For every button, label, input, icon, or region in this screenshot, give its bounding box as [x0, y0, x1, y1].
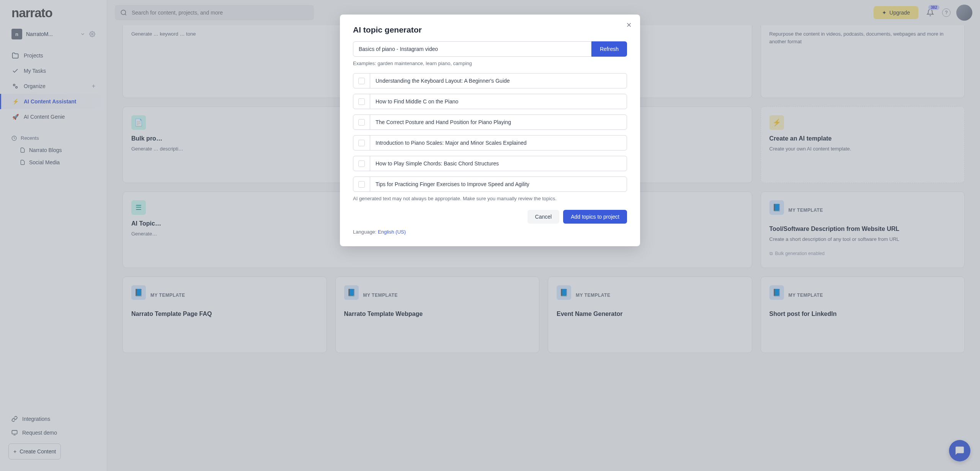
refresh-button[interactable]: Refresh [591, 41, 627, 57]
modal-title: AI topic generator [353, 25, 627, 34]
topic-text[interactable]: The Correct Posture and Hand Position fo… [370, 115, 627, 129]
language-label: Language: [353, 229, 378, 235]
topic-input-row: Refresh [353, 41, 627, 57]
topic-input[interactable] [353, 41, 591, 57]
add-topics-button[interactable]: Add topics to project [563, 210, 627, 224]
topic-text[interactable]: Understanding the Keyboard Layout: A Beg… [370, 74, 627, 88]
topic-item: Introduction to Piano Scales: Major and … [353, 135, 627, 150]
topic-item: Understanding the Keyboard Layout: A Beg… [353, 73, 627, 88]
modal-footer: Cancel Add topics to project [353, 210, 627, 224]
topic-checkbox[interactable] [358, 78, 365, 84]
ai-topic-generator-modal: AI topic generator Refresh Examples: gar… [340, 15, 640, 246]
topic-item: The Correct Posture and Hand Position fo… [353, 114, 627, 130]
topic-checkbox[interactable] [358, 160, 365, 167]
examples-text: Examples: garden maintenance, learn pian… [353, 61, 627, 66]
topic-item: How to Find Middle C on the Piano [353, 94, 627, 109]
disclaimer-text: AI generated text may not always be appr… [353, 196, 627, 201]
topic-item: Tips for Practicing Finger Exercises to … [353, 177, 627, 192]
language-row: Language: English (US) [353, 229, 627, 235]
topic-checkbox[interactable] [358, 98, 365, 105]
topic-list: Understanding the Keyboard Layout: A Beg… [353, 73, 627, 192]
modal-overlay[interactable]: AI topic generator Refresh Examples: gar… [0, 0, 980, 471]
cancel-button[interactable]: Cancel [528, 210, 560, 224]
topic-text[interactable]: Introduction to Piano Scales: Major and … [370, 136, 627, 150]
topic-checkbox[interactable] [358, 140, 365, 146]
topic-checkbox[interactable] [358, 119, 365, 126]
topic-item: How to Play Simple Chords: Basic Chord S… [353, 156, 627, 171]
language-link[interactable]: English (US) [378, 229, 406, 235]
topic-text[interactable]: Tips for Practicing Finger Exercises to … [370, 177, 627, 191]
topic-text[interactable]: How to Play Simple Chords: Basic Chord S… [370, 156, 627, 171]
topic-text[interactable]: How to Find Middle C on the Piano [370, 94, 627, 109]
close-icon[interactable] [626, 21, 632, 28]
topic-checkbox[interactable] [358, 181, 365, 188]
